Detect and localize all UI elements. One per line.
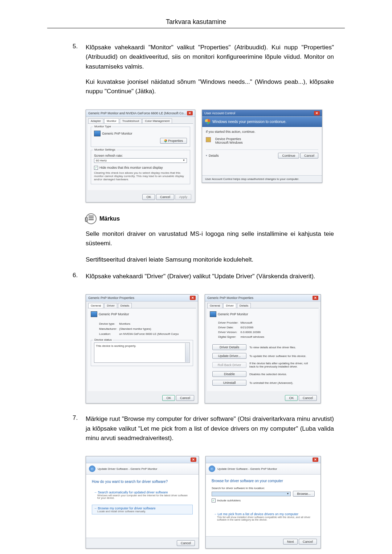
device-status-group: Device status [93, 338, 113, 341]
update-driver-desc: To update the driver software for this d… [249, 353, 314, 359]
close-icon[interactable]: ✕ [313, 296, 318, 300]
monitor-icon [94, 131, 101, 136]
wizard-heading: Browse for driver software on your compu… [212, 479, 315, 483]
cancel-button[interactable]: Cancel [299, 395, 317, 401]
close-icon[interactable]: ✕ [190, 296, 196, 300]
step5-para1: Klõpsake vahekaardi "Monitor" valikut "P… [86, 43, 334, 71]
step-number: 7. [73, 414, 86, 449]
uac-device-properties: Device Properties [215, 137, 243, 141]
step6-text: Klõpsake vahekaardi "Driver" (Draiver) v… [86, 272, 334, 281]
device-name: Generic PnP Monitor [99, 312, 129, 316]
close-icon[interactable]: ✕ [191, 457, 196, 462]
uac-title: User Account Control [204, 111, 235, 115]
driver-details-desc: To view details about the driver files. [249, 344, 314, 350]
uac-footer: User Account Control helps stop unauthor… [202, 175, 322, 182]
monitor-dialog: Generic PnP Monitor and NVIDIA GeForce 6… [86, 110, 195, 202]
properties-general-dialog: Generic PnP Monitor Properties ✕ General… [86, 294, 198, 403]
step-6: 6. Klõpsake vahekaardi "Driver" (Draiver… [73, 272, 334, 287]
uac-ms-windows: Microsoft Windows [215, 141, 243, 144]
include-subfolders-checkbox[interactable]: ✓ [212, 498, 216, 502]
cancel-button[interactable]: Cancel [176, 395, 194, 401]
step-number: 5. [73, 43, 86, 102]
tab-driver[interactable]: Driver [223, 303, 236, 308]
back-icon[interactable]: ← [89, 465, 95, 472]
shield-icon [205, 119, 210, 125]
ok-button[interactable]: OK [285, 395, 298, 401]
monitor-icon [91, 311, 97, 317]
ok-button[interactable]: OK [142, 194, 155, 200]
device-type-label: Device type: [99, 322, 117, 326]
uac-banner: Windows needs your permission to contion… [212, 120, 286, 124]
note-p1: Selle monitori draiver on varustatud MS-… [86, 229, 334, 249]
include-subfolders-label: Include subfolders [217, 499, 241, 502]
refresh-rate-combo[interactable]: 60 Hertz▼ [94, 158, 187, 163]
driver-date-label: Driver Date: [218, 325, 239, 329]
cancel-button[interactable]: Cancel [156, 194, 174, 200]
digital-signer-value: microsoft windows [240, 335, 265, 339]
figure-row-3: ✕ ← Update Driver Software - Generic PnP… [86, 456, 334, 549]
breadcrumb: Update Driver Software - Generic PnP Mon… [98, 467, 157, 471]
scrollbar[interactable] [185, 343, 189, 362]
shield-icon [164, 139, 167, 143]
note-label: Märkus [99, 216, 120, 222]
tab-details[interactable]: Details [237, 303, 251, 308]
close-icon[interactable]: ✕ [313, 457, 318, 462]
location-combo[interactable]: ▼ [212, 492, 291, 496]
tab-general[interactable]: General [207, 303, 222, 308]
location-label: Location: [99, 332, 117, 336]
cancel-button[interactable]: Cancel [300, 153, 318, 159]
next-button[interactable]: Next [283, 539, 298, 545]
close-icon[interactable]: ✕ [314, 111, 320, 115]
uac-details[interactable]: Details [209, 154, 219, 157]
roll-back-desc: If the device fails after updating the d… [249, 361, 314, 369]
manufacturer-label: Manufacturer: [99, 327, 117, 331]
properties-button[interactable]: Properties [160, 138, 187, 144]
update-driver-button[interactable]: Update Driver... [212, 353, 246, 359]
note-heading: Märkus [86, 213, 334, 224]
monitor-type-value: Generic PnP Monitor [102, 132, 132, 135]
page-header: Tarkvara kasutamine [47, 18, 345, 28]
chevron-down-icon[interactable]: ▾ [206, 154, 207, 157]
cancel-button[interactable]: Cancel [299, 539, 317, 545]
tab-color-management[interactable]: Color Management [142, 118, 172, 123]
step7-text: Märkige ruut "Browse my computer for dri… [86, 414, 334, 443]
monitor-icon [210, 311, 216, 317]
hide-modes-desc: Clearing this check box allows you to se… [94, 171, 187, 181]
apply-button[interactable]: Apply [175, 194, 191, 200]
option-browse-computer[interactable]: → Browse my computer for driver software… [92, 505, 193, 514]
close-icon[interactable]: ✕ [187, 111, 193, 115]
refresh-rate-label: Screen refresh rate: [94, 154, 187, 157]
option-desc: Windows will search your computer and th… [97, 494, 191, 499]
hide-modes-checkbox[interactable]: ✓ [94, 166, 98, 170]
cancel-button[interactable]: Cancel [177, 540, 195, 546]
driver-provider-label: Driver Provider: [218, 321, 239, 325]
tab-general[interactable]: General [88, 303, 103, 308]
uninstall-button[interactable]: Uninstall [212, 380, 246, 386]
tab-driver[interactable]: Driver [104, 303, 117, 308]
figure-row-2: Generic PnP Monitor Properties ✕ General… [86, 294, 334, 403]
tab-troubleshoot[interactable]: Troubleshoot [120, 118, 142, 123]
disable-button[interactable]: Disable [212, 371, 246, 377]
ok-button[interactable]: OK [162, 395, 175, 401]
tab-details[interactable]: Details [118, 303, 132, 308]
figure-row-1: Generic PnP Monitor and NVIDIA GeForce 6… [86, 110, 334, 202]
step-5: 5. Klõpsake vahekaardi "Monitor" valikut… [73, 43, 334, 102]
roll-back-driver-button[interactable]: Roll Back Driver [212, 362, 246, 368]
uninstall-desc: To uninstall the driver (Advanced). [249, 379, 314, 386]
update-wizard-browse: ✕ ← Update Driver Software - Generic PnP… [205, 456, 321, 549]
device-type-value: Monitors [119, 322, 179, 326]
back-icon[interactable]: ← [209, 465, 215, 472]
option-desc: This list will show installed driver sof… [217, 516, 313, 521]
tab-adapter[interactable]: Adapter [88, 118, 103, 123]
note-icon [86, 213, 97, 224]
option-search-auto[interactable]: → Search automatically for updated drive… [92, 489, 193, 501]
tab-monitor[interactable]: Monitor [104, 118, 119, 123]
driver-version-value: 6.0.6000.16386 [240, 330, 265, 334]
browse-button[interactable]: Browse... [293, 491, 315, 497]
breadcrumb: Update Driver Software - Generic PnP Mon… [217, 467, 277, 471]
monitor-settings-group: Monitor Settings [93, 148, 117, 151]
option-let-me-pick[interactable]: → Let me pick from a list of device driv… [212, 510, 315, 523]
driver-details-button[interactable]: Driver Details [212, 344, 246, 350]
disable-desc: Disables the selected device. [249, 371, 314, 377]
continue-button[interactable]: Continue [278, 153, 299, 159]
